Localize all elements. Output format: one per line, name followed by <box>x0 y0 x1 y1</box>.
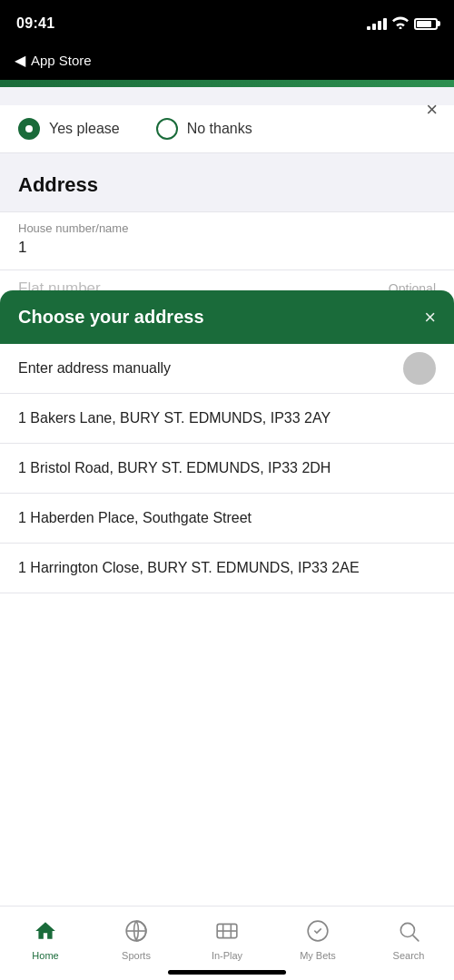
radio-row: Yes please No thanks <box>0 105 454 153</box>
address-item-1[interactable]: 1 Bristol Road, BURY ST. EDMUNDS, IP33 2… <box>0 444 454 494</box>
status-icons <box>367 16 438 32</box>
scroll-indicator <box>403 352 436 385</box>
accent-bar <box>0 80 454 87</box>
status-time: 09:41 <box>16 15 54 32</box>
tab-bar: Home Sports In-Play <box>0 906 454 980</box>
tab-sports-label: Sports <box>122 950 151 961</box>
home-icon <box>34 919 57 946</box>
tab-mybets-label: My Bets <box>300 950 336 961</box>
tab-inplay[interactable]: In-Play <box>182 906 272 965</box>
address-item-3-label: 1 Harrington Close, BURY ST. EDMUNDS, IP… <box>18 560 360 575</box>
modal-title: Choose your address <box>18 307 204 328</box>
address-item-0[interactable]: 1 Bakers Lane, BURY ST. EDMUNDS, IP33 2A… <box>0 394 454 444</box>
sports-icon <box>124 919 148 946</box>
back-label: App Store <box>31 53 92 68</box>
svg-line-7 <box>413 935 419 940</box>
house-field-label: House number/name <box>18 221 436 235</box>
search-icon <box>397 919 420 946</box>
back-button[interactable]: ◀ App Store <box>15 52 92 69</box>
address-item-manual[interactable]: Enter address manually <box>0 344 454 394</box>
address-item-3[interactable]: 1 Harrington Close, BURY ST. EDMUNDS, IP… <box>0 544 454 593</box>
choose-address-modal: Choose your address × Enter address manu… <box>0 290 454 916</box>
battery-icon <box>414 18 438 30</box>
address-item-manual-label: Enter address manually <box>18 360 171 376</box>
tab-home-label: Home <box>32 950 58 961</box>
tab-search-label: Search <box>393 950 425 961</box>
yes-radio-option[interactable]: Yes please <box>18 118 120 140</box>
house-field-value: 1 <box>18 239 436 257</box>
address-item-1-label: 1 Bristol Road, BURY ST. EDMUNDS, IP33 2… <box>18 460 331 475</box>
tab-mybets[interactable]: My Bets <box>272 906 363 965</box>
address-item-0-label: 1 Bakers Lane, BURY ST. EDMUNDS, IP33 2A… <box>18 410 331 426</box>
tab-sports[interactable]: Sports <box>91 906 182 965</box>
yes-radio-label: Yes please <box>49 121 120 137</box>
modal-container: Choose your address × Enter address manu… <box>0 290 454 916</box>
back-chevron-icon: ◀ <box>15 52 25 69</box>
inplay-icon <box>215 919 239 946</box>
address-title: Address <box>18 173 436 197</box>
address-item-2[interactable]: 1 Haberden Place, Southgate Street <box>0 494 454 544</box>
house-field[interactable]: House number/name 1 <box>0 211 454 270</box>
signal-icon <box>367 17 387 30</box>
wifi-icon <box>392 16 409 32</box>
address-section: Address <box>0 153 454 197</box>
yes-radio-circle[interactable] <box>18 118 40 140</box>
modal-header: Choose your address × <box>0 290 454 344</box>
no-radio-option[interactable]: No thanks <box>156 118 252 140</box>
address-list: Enter address manually 1 Bakers Lane, BU… <box>0 344 454 593</box>
address-item-2-label: 1 Haberden Place, Southgate Street <box>18 510 252 525</box>
tab-home[interactable]: Home <box>0 906 91 965</box>
mybets-icon <box>306 919 330 946</box>
nav-bar: ◀ App Store <box>0 44 454 80</box>
close-button[interactable]: × <box>426 100 438 120</box>
home-indicator <box>168 970 286 975</box>
svg-point-6 <box>400 923 414 936</box>
no-radio-label: No thanks <box>187 121 252 137</box>
tab-inplay-label: In-Play <box>212 950 242 961</box>
no-radio-circle[interactable] <box>156 118 178 140</box>
modal-close-button[interactable]: × <box>424 308 436 328</box>
tab-search[interactable]: Search <box>363 906 454 965</box>
status-bar: 09:41 <box>0 0 454 44</box>
